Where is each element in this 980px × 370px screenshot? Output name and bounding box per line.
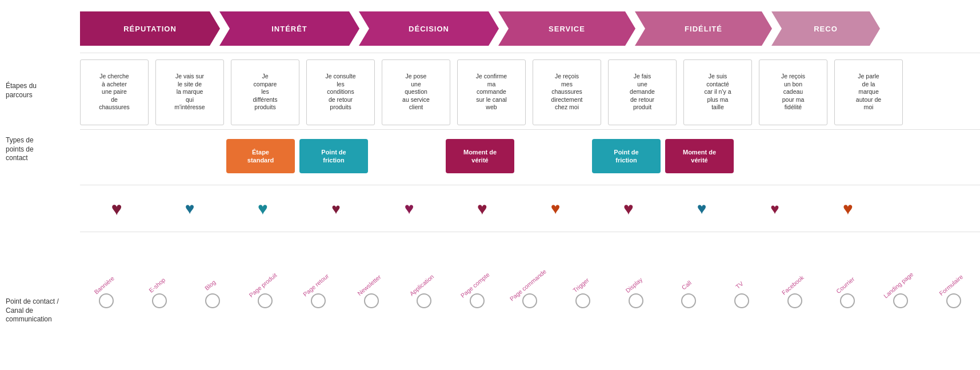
etape-10: Je parle de la marque autour de moi (834, 59, 903, 125)
poc-circle[interactable] (311, 293, 326, 308)
heart-icon: ♥ (843, 200, 853, 217)
poc-item-14: Courrier (821, 245, 874, 308)
poc-circle[interactable] (840, 293, 855, 308)
poc-item-2: Blog (186, 245, 239, 308)
poc-circle[interactable] (629, 293, 643, 308)
heart-icon: ♥ (258, 200, 268, 217)
poc-item-11: Call (662, 245, 715, 308)
phase-2: DÉCISION (359, 11, 499, 46)
phase-1: INTÉRÊT (219, 11, 359, 46)
poc-circle[interactable] (99, 293, 114, 308)
poc-label: Point de contact /Canal decommunication (0, 258, 80, 333)
poc-item-3: Page produit (239, 245, 292, 308)
heart-icon: ♥ (185, 201, 195, 217)
type-badge-2: Étape standard (226, 139, 295, 173)
emotion-heart-7: ♥ (592, 186, 665, 232)
emotion-heart-10: ♥ (811, 186, 885, 232)
etapes-row: Je cherche à acheter une paire de chauss… (80, 55, 980, 129)
types-row: Étape standardPoint de frictionMoment de… (80, 130, 880, 182)
emotion-heart-6: ♥ (519, 186, 592, 232)
poc-item-13: Facebook (768, 245, 821, 308)
phases-label (0, 6, 80, 51)
etape-6: Je reçois mes chaussures directement che… (533, 59, 601, 125)
poc-item-6: Application (398, 245, 451, 308)
emotion-heart-1: ♥ (153, 186, 226, 232)
phase-5: RECO (771, 11, 880, 46)
heart-icon: ♥ (697, 201, 707, 217)
poc-circle[interactable] (522, 293, 537, 308)
etape-2: Je compare les différents produits (231, 59, 299, 125)
poc-label-text: Blog (180, 251, 217, 292)
poc-circle[interactable] (364, 293, 379, 308)
phase-4: FIDÉLITÉ (635, 11, 772, 46)
poc-circle[interactable] (205, 293, 220, 308)
emotion-row: ♥♥♥♥♥♥♥♥♥♥♥ (80, 186, 980, 232)
poc-circle[interactable] (575, 293, 590, 308)
emotion-heart-9: ♥ (738, 186, 811, 232)
poc-circle[interactable] (787, 293, 802, 308)
content-area: RÉPUTATIONINTÉRÊTDÉCISIONSERVICEFIDÉLITÉ… (80, 6, 980, 333)
poc-circle[interactable] (258, 293, 273, 308)
etape-1: Je vais sur le site de la marque qui m'i… (155, 59, 224, 125)
poc-label-text: TV (711, 252, 745, 290)
etape-3: Je consulte les conditions de retour pro… (306, 59, 375, 125)
etape-7: Je fais une demande de retour produit (608, 59, 677, 125)
heart-icon: ♥ (770, 201, 779, 216)
poc-circle[interactable] (734, 293, 749, 308)
heart-icon: ♥ (623, 200, 634, 217)
poc-circle[interactable] (681, 293, 696, 308)
etape-0: Je cherche à acheter une paire de chauss… (80, 59, 149, 125)
poc-circle[interactable] (417, 293, 431, 308)
poc-item-16: Formulaire (927, 245, 980, 308)
main-container: Étapes duparcours Types depoints deconta… (0, 0, 980, 339)
heart-icon: ♥ (551, 201, 561, 217)
poc-circle[interactable] (946, 293, 961, 308)
etape-5: Je confirme ma commande sur le canal web (457, 59, 526, 125)
etapes-label: Étapes duparcours (0, 54, 80, 128)
poc-circle[interactable] (470, 293, 485, 308)
emotion-heart-8: ♥ (665, 186, 738, 232)
emotion-heart-4: ♥ (373, 186, 446, 232)
poc-item-4: Page retour (292, 245, 345, 308)
left-labels: Étapes duparcours Types depoints deconta… (0, 6, 80, 333)
poc-circle[interactable] (893, 293, 908, 308)
type-badge-7: Point de friction (592, 139, 661, 173)
emotion-heart-0: ♥ (80, 186, 153, 232)
phases-row: RÉPUTATIONINTÉRÊTDÉCISIONSERVICEFIDÉLITÉ… (80, 6, 980, 51)
poc-item-8: Page commande (503, 245, 557, 308)
poc-item-12: TV (715, 245, 769, 308)
type-badge-3: Point de friction (299, 139, 368, 173)
heart-icon: ♥ (405, 201, 414, 217)
heart-icon: ♥ (111, 200, 122, 218)
poc-label-text: Call (657, 252, 693, 291)
phase-0: RÉPUTATION (80, 11, 220, 46)
poc-circle[interactable] (152, 293, 167, 308)
poc-item-0: Bannière (80, 245, 133, 308)
emotion-heart-3: ♥ (299, 186, 373, 232)
emotion-heart-5: ♥ (446, 186, 519, 232)
type-badge-8: Moment de vérité (665, 139, 734, 173)
poc-item-9: Trigger (557, 245, 610, 308)
phase-3: SERVICE (498, 11, 635, 46)
type-badge-5: Moment de vérité (446, 139, 514, 173)
poc-item-5: Newsletter (345, 245, 398, 308)
types-label: Types depoints decontact (0, 130, 80, 188)
heart-icon: ♥ (331, 201, 340, 216)
poc-item-15: Landing page (874, 245, 927, 308)
emotion-label (0, 210, 80, 256)
etape-4: Je pose une question au service client (382, 59, 450, 125)
etape-8: Je suis contacté car il n'y a plus ma ta… (683, 59, 752, 125)
emotion-heart-2: ♥ (226, 186, 299, 232)
poc-item-10: Display (609, 245, 662, 308)
heart-icon: ♥ (477, 200, 487, 217)
poc-item-1: E-shop (133, 245, 186, 308)
etape-9: Je reçois un bon cadeau pour ma fidélité (759, 59, 827, 125)
poc-row: BannièreE-shopBlogPage produitPage retou… (80, 233, 980, 313)
